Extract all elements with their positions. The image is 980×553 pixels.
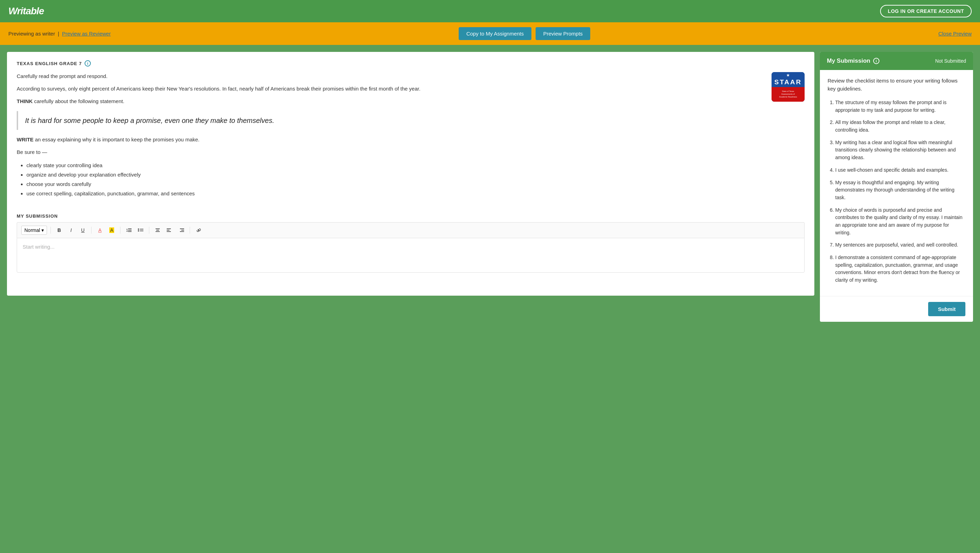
chevron-down-icon: ▾ (41, 227, 44, 233)
staar-badge: ★ STAAR State of Texas Assessments of Ac… (772, 72, 805, 102)
editor-toolbar: Normal ▾ B I U A A 1. (17, 222, 805, 238)
toolbar-divider-2 (91, 227, 92, 234)
svg-rect-15 (181, 230, 184, 231)
checklist-item: My choice of words is purposeful and pre… (835, 207, 966, 237)
toolbar-divider-1 (51, 227, 51, 234)
list-item: use correct spelling, capitalization, pu… (27, 189, 765, 198)
grade-header: TEXAS ENGLISH GRADE 7 i (17, 60, 805, 67)
staar-badge-top: ★ STAAR (772, 72, 805, 87)
preview-bar: Previewing as writer | Preview as Review… (0, 22, 980, 45)
intro-paragraph: Carefully read the prompt and respond. (17, 72, 765, 80)
previewing-text: Previewing as writer (8, 31, 55, 37)
bold-button[interactable]: B (54, 225, 64, 235)
highlight-button[interactable]: A (107, 225, 116, 235)
align-right-button[interactable] (177, 225, 186, 235)
svg-rect-2 (128, 230, 132, 231)
svg-rect-12 (167, 230, 169, 231)
editor-placeholder: Start writing... (22, 244, 55, 250)
right-panel: My Submission i Not Submitted Review the… (820, 52, 973, 322)
prompt-area: Carefully read the prompt and respond. A… (17, 72, 805, 207)
style-selector[interactable]: Normal ▾ (21, 226, 47, 235)
submission-header-left: My Submission i (827, 57, 880, 64)
list-item: clearly state your controlling idea (27, 161, 765, 170)
svg-rect-9 (156, 230, 159, 231)
align-left-button[interactable] (165, 225, 174, 235)
checklist-item: My essay is thoughtful and engaging. My … (835, 179, 966, 202)
checklist-area: Review the checklist items to ensure you… (820, 70, 973, 296)
staar-subtitle: State of Texas Assessments of Academic R… (779, 90, 797, 98)
style-label: Normal (24, 227, 40, 233)
think-rest: carefully about the following statement. (33, 98, 124, 104)
submit-button[interactable]: Submit (928, 302, 966, 316)
header: Writable LOG IN OR CREATE ACCOUNT (0, 0, 980, 22)
checklist-intro: Review the checklist items to ensure you… (827, 77, 966, 92)
editor-container: Normal ▾ B I U A A 1. (17, 222, 805, 273)
grade-title: TEXAS ENGLISH GRADE 7 (17, 61, 82, 66)
staar-badge-bottom: State of Texas Assessments of Academic R… (772, 87, 805, 102)
editor-body[interactable]: Start writing... (17, 238, 805, 273)
blockquote: It is hard for some people to keep a pro… (17, 111, 765, 130)
toolbar-divider-3 (120, 227, 121, 234)
link-button[interactable] (194, 225, 203, 235)
checklist-item: My sentences are purposeful, varied, and… (835, 241, 966, 249)
preview-center-buttons: Copy to My Assignments Preview Prompts (459, 27, 590, 40)
prompt-text: Carefully read the prompt and respond. A… (17, 72, 765, 207)
blockquote-text: It is hard for some people to keep a pro… (25, 117, 274, 124)
underline-button[interactable]: U (78, 225, 88, 235)
svg-rect-13 (167, 231, 171, 232)
checklist-item: I use well-chosen and specific details a… (835, 166, 966, 174)
write-rest: an essay explaining why it is important … (33, 137, 199, 142)
preview-prompts-button[interactable]: Preview Prompts (536, 27, 590, 40)
italic-button[interactable]: I (66, 225, 76, 235)
close-preview-button[interactable]: Close Preview (938, 31, 972, 37)
submission-label: MY SUBMISSION (17, 214, 805, 219)
grade-info-icon[interactable]: i (84, 60, 91, 67)
submission-header: My Submission i Not Submitted (820, 52, 973, 70)
unordered-list-button[interactable] (136, 225, 145, 235)
checklist-item: All my ideas follow the prompt and relat… (835, 119, 966, 134)
staar-word: STAAR (774, 78, 802, 86)
main-content: TEXAS ENGLISH GRADE 7 i Carefully read t… (0, 45, 980, 553)
svg-rect-3 (128, 231, 132, 232)
submission-info-icon[interactable]: i (873, 58, 880, 64)
separator: | (58, 31, 59, 37)
svg-rect-8 (156, 228, 160, 229)
checklist-item: My writing has a clear and logical flow … (835, 139, 966, 162)
think-paragraph: THINK carefully about the following stat… (17, 97, 765, 105)
svg-rect-6 (140, 229, 143, 229)
not-submitted-status: Not Submitted (935, 58, 966, 64)
ordered-list-button[interactable]: 1. (124, 225, 134, 235)
svg-rect-16 (180, 231, 184, 232)
copy-to-my-assignments-button[interactable]: Copy to My Assignments (459, 27, 531, 40)
left-panel: TEXAS ENGLISH GRADE 7 i Carefully read t… (7, 52, 815, 296)
write-paragraph: WRITE an essay explaining why it is impo… (17, 135, 765, 144)
checklist-items: The structure of my essay follows the pr… (827, 99, 966, 284)
bullet-list: clearly state your controlling idea orga… (17, 161, 765, 198)
align-center-button[interactable] (153, 225, 162, 235)
list-item: choose your words carefully (27, 179, 765, 189)
svg-point-4 (138, 228, 139, 230)
logo-text: Writable (8, 6, 44, 16)
list-item: organize and develop your explanation ef… (27, 170, 765, 179)
svg-rect-7 (140, 231, 143, 231)
think-strong: THINK (17, 98, 33, 104)
checklist-item: The structure of my essay follows the pr… (835, 99, 966, 114)
preview-left: Previewing as writer | Preview as Review… (8, 31, 111, 37)
body-paragraph: According to surveys, only eight percent… (17, 84, 765, 93)
submit-area: Submit (820, 296, 973, 322)
my-submission-title: My Submission (827, 57, 870, 64)
svg-rect-14 (180, 228, 184, 229)
sure-text: Be sure to — (17, 148, 765, 156)
svg-rect-11 (167, 228, 171, 229)
preview-as-reviewer-link[interactable]: Preview as Reviewer (62, 31, 111, 37)
checklist-item: I demonstrate a consistent command of ag… (835, 254, 966, 284)
star-icon: ★ (786, 73, 790, 78)
font-color-button[interactable]: A (95, 225, 105, 235)
svg-rect-10 (156, 231, 160, 232)
svg-point-5 (138, 230, 139, 231)
logo: Writable (8, 6, 44, 17)
star-row: ★ (786, 73, 790, 78)
svg-rect-1 (128, 228, 132, 229)
write-strong: WRITE (17, 137, 33, 142)
login-button[interactable]: LOG IN OR CREATE ACCOUNT (880, 5, 972, 18)
